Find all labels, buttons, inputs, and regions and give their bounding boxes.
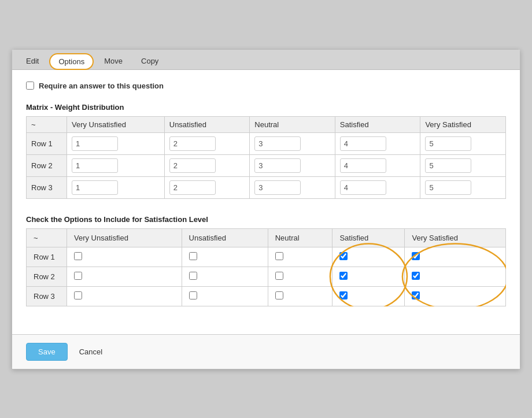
check-cell-r1-c4 [405,267,506,286]
weight-cell-r1-c0 [67,154,165,176]
check-cell-r0-c4 [405,247,506,267]
check-cell-r0-c3 [332,247,405,267]
check-input-r2-c4[interactable] [412,291,420,299]
weight-input-r0-c2[interactable] [254,136,301,151]
weight-input-r0-c1[interactable] [169,136,216,151]
check-table-container: ~ Very Unsatisfied Unsatisfied Neutral S… [26,228,506,306]
check-row-label: Row 3 [27,286,67,306]
weight-input-r1-c1[interactable] [169,158,216,173]
check-table: ~ Very Unsatisfied Unsatisfied Neutral S… [26,228,506,306]
weight-input-r0-c3[interactable] [340,136,386,151]
check-col-unsatisfied: Unsatisfied [182,228,268,247]
check-cell-r0-c0 [67,247,182,267]
weight-input-r2-c2[interactable] [254,180,301,195]
weight-cell-r0-c0 [67,132,165,154]
check-input-r2-c3[interactable] [339,291,348,299]
row-label: Row 3 [27,176,67,198]
check-cell-r1-c2 [268,267,332,286]
check-input-r0-c2[interactable] [275,252,283,260]
check-input-r1-c3[interactable] [339,272,348,280]
check-cell-r0-c2 [268,247,332,267]
weight-input-r2-c0[interactable] [72,180,118,195]
table-row: Row 1 [27,247,506,267]
tab-bar: Edit Options Move Copy [12,50,520,70]
check-col-satisfied: Satisfied [332,228,405,247]
check-table-header-row: ~ Very Unsatisfied Unsatisfied Neutral S… [27,228,506,247]
weight-cell-r2-c0 [67,176,165,198]
require-checkbox[interactable] [26,82,34,90]
check-cell-r2-c2 [268,286,332,306]
check-cell-r2-c0 [67,286,182,306]
weight-cell-r0-c3 [335,132,420,154]
weight-input-r1-c3[interactable] [340,158,386,173]
require-row: Require an answer to this question [26,82,506,90]
check-cell-r2-c3 [332,286,405,306]
table-row: Row 3 [27,176,506,198]
check-cell-r0-c1 [182,247,268,267]
weight-input-r0-c4[interactable] [425,136,471,151]
weight-input-r1-c0[interactable] [72,158,118,173]
check-row-label: Row 1 [27,247,67,267]
row-label: Row 1 [27,132,67,154]
check-input-r0-c4[interactable] [412,252,420,260]
weight-cell-r2-c3 [335,176,420,198]
weight-col-satisfied: Satisfied [335,116,420,132]
check-input-r1-c1[interactable] [189,272,197,280]
weight-cell-r0-c4 [420,132,506,154]
tab-edit[interactable]: Edit [18,53,47,69]
weight-cell-r1-c2 [250,154,335,176]
check-input-r1-c4[interactable] [412,272,420,280]
weight-cell-r1-c1 [164,154,250,176]
weight-cell-r0-c1 [164,132,250,154]
weight-input-r2-c1[interactable] [169,180,216,195]
check-input-r2-c2[interactable] [275,291,283,299]
tab-options[interactable]: Options [49,53,94,70]
main-window: Edit Options Move Copy Require an answer… [12,49,520,369]
check-input-r0-c1[interactable] [189,252,197,260]
check-cell-r1-c3 [332,267,405,286]
check-cell-r2-c4 [405,286,506,306]
check-cell-r1-c0 [67,267,182,286]
weight-col-tilde: ~ [27,116,67,132]
weight-cell-r1-c3 [335,154,420,176]
check-col-very-satisfied: Very Satisfied [405,228,506,247]
tab-move[interactable]: Move [96,53,131,69]
check-cell-r2-c1 [182,286,268,306]
tab-copy[interactable]: Copy [133,53,167,69]
weight-table: ~ Very Unsatisfied Unsatisfied Neutral S… [26,116,506,199]
table-row: Row 2 [27,267,506,286]
check-input-r1-c2[interactable] [275,272,283,280]
weight-input-r0-c0[interactable] [72,136,118,151]
weight-input-r2-c3[interactable] [340,180,386,195]
check-input-r2-c1[interactable] [189,291,197,299]
check-input-r0-c0[interactable] [74,252,82,260]
weight-table-header-row: ~ Very Unsatisfied Unsatisfied Neutral S… [27,116,506,132]
weight-cell-r1-c4 [420,154,506,176]
table-row: Row 1 [27,132,506,154]
weight-cell-r2-c2 [250,176,335,198]
weight-col-very-unsatisfied: Very Unsatisfied [67,116,165,132]
weight-input-r1-c4[interactable] [425,158,471,173]
save-button[interactable]: Save [26,343,68,361]
check-input-r2-c0[interactable] [74,291,82,299]
weight-cell-r0-c2 [250,132,335,154]
weight-input-r2-c4[interactable] [425,180,471,195]
check-input-r1-c0[interactable] [74,272,82,280]
weight-cell-r2-c4 [420,176,506,198]
weight-col-unsatisfied: Unsatisfied [164,116,250,132]
weight-cell-r2-c1 [164,176,250,198]
weight-input-r1-c2[interactable] [254,158,301,173]
check-input-r0-c3[interactable] [339,252,348,260]
check-row-label: Row 2 [27,267,67,286]
table-row: Row 3 [27,286,506,306]
weight-col-neutral: Neutral [250,116,335,132]
cancel-button[interactable]: Cancel [73,343,108,360]
check-col-very-unsatisfied: Very Unsatisfied [67,228,182,247]
weight-section-title: Matrix - Weight Distribution [26,103,506,112]
check-col-neutral: Neutral [268,228,332,247]
check-col-tilde: ~ [27,228,67,247]
check-section-title: Check the Options to Include for Satisfa… [26,215,506,224]
row-label: Row 2 [27,154,67,176]
footer: Save Cancel [12,334,520,369]
weight-col-very-satisfied: Very Satisfied [420,116,506,132]
